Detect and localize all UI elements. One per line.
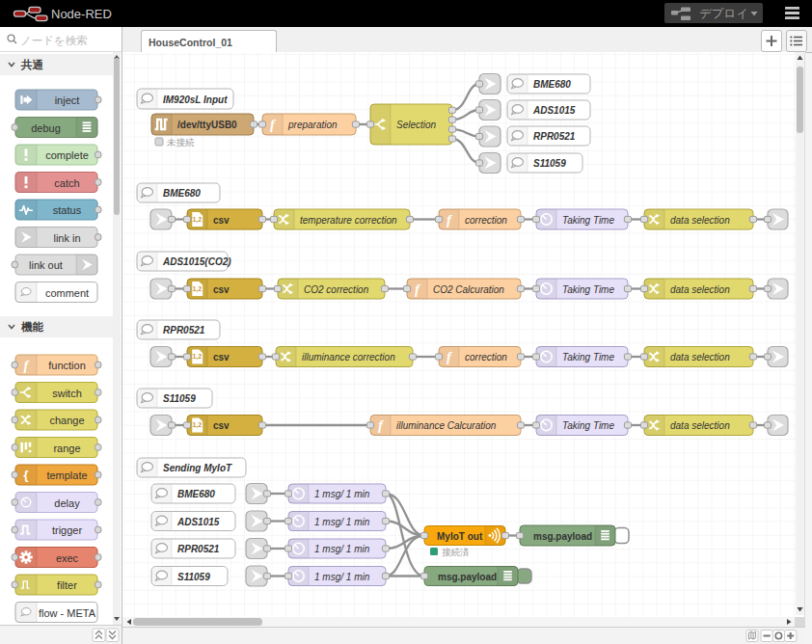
- svg-text:csv: csv: [213, 215, 230, 226]
- svg-text:MyIoT out: MyIoT out: [437, 531, 483, 542]
- svg-text:{: {: [23, 468, 28, 482]
- svg-text:Selection: Selection: [396, 120, 437, 130]
- svg-text:link out: link out: [29, 259, 63, 271]
- svg-text:/dev/ttyUSB0: /dev/ttyUSB0: [177, 120, 237, 130]
- svg-text:inject: inject: [55, 94, 80, 106]
- svg-text:data selection: data selection: [670, 352, 730, 362]
- svg-text:delay: delay: [54, 497, 80, 509]
- svg-text:1 msg/ 1 min: 1 msg/ 1 min: [314, 572, 370, 582]
- svg-text:Node-RED: Node-RED: [51, 7, 112, 21]
- svg-text:Taking Time: Taking Time: [562, 352, 614, 362]
- svg-text:range: range: [53, 443, 80, 454]
- svg-text:BME680: BME680: [177, 489, 215, 499]
- svg-text:CO2 Calcuration: CO2 Calcuration: [433, 284, 504, 295]
- svg-text:未接続: 未接続: [167, 137, 195, 148]
- svg-text:illuminance Calcuration: illuminance Calcuration: [396, 420, 497, 431]
- svg-text:preparation: preparation: [287, 120, 338, 130]
- svg-text:data selection: data selection: [670, 420, 730, 431]
- svg-text:switch: switch: [52, 388, 82, 399]
- svg-text:BME680: BME680: [163, 188, 201, 199]
- svg-text:デプロイ: デプロイ: [699, 7, 748, 20]
- svg-text:1 msg/ 1 min: 1 msg/ 1 min: [314, 489, 370, 499]
- svg-text:illuminance correction: illuminance correction: [302, 352, 395, 362]
- svg-text:correction: correction: [465, 352, 507, 362]
- svg-text:trigger: trigger: [52, 524, 83, 536]
- svg-text:csv: csv: [213, 284, 230, 295]
- svg-text:filter: filter: [57, 579, 77, 591]
- svg-text:S11059: S11059: [533, 158, 566, 169]
- svg-text:template: template: [46, 470, 87, 481]
- svg-text:change: change: [49, 415, 84, 426]
- svg-text:data selection: data selection: [670, 284, 730, 295]
- svg-text:1,2: 1,2: [192, 285, 202, 293]
- svg-text:correction: correction: [465, 215, 507, 226]
- svg-text:msg.payload: msg.payload: [533, 531, 592, 542]
- svg-text:function: function: [48, 360, 86, 371]
- svg-text:csv: csv: [213, 352, 230, 362]
- svg-text:catch: catch: [54, 177, 79, 189]
- svg-text:1,2: 1,2: [192, 216, 202, 224]
- svg-text:complete: complete: [45, 149, 89, 161]
- svg-text:ADS1015(CO2): ADS1015(CO2): [162, 256, 231, 267]
- svg-text:msg.payload: msg.payload: [438, 572, 497, 582]
- svg-text:S11059: S11059: [163, 393, 196, 404]
- svg-text:RPR0521: RPR0521: [163, 325, 205, 335]
- svg-text:1 msg/ 1 min: 1 msg/ 1 min: [314, 517, 370, 527]
- svg-text:BME680: BME680: [533, 79, 571, 90]
- svg-text:temperature correction: temperature correction: [300, 215, 397, 226]
- svg-text:status: status: [53, 204, 82, 216]
- svg-text:data selection: data selection: [670, 215, 730, 226]
- svg-text:comment: comment: [45, 287, 89, 299]
- svg-text:flow - META: flow - META: [39, 607, 96, 619]
- svg-text:CO2 correction: CO2 correction: [304, 284, 369, 295]
- svg-text:共通: 共通: [20, 59, 44, 71]
- svg-text:link in: link in: [53, 232, 80, 244]
- svg-text:Taking Time: Taking Time: [562, 284, 614, 295]
- svg-text:機能: 機能: [20, 321, 44, 333]
- svg-text:RPR0521: RPR0521: [177, 544, 220, 554]
- svg-text:1,2: 1,2: [192, 353, 202, 361]
- svg-text:ADS1015: ADS1015: [176, 517, 220, 527]
- svg-text:csv: csv: [213, 420, 230, 431]
- svg-text:Sending MyIoT: Sending MyIoT: [163, 463, 232, 473]
- svg-text:Taking Time: Taking Time: [562, 215, 614, 226]
- svg-text:1 msg/ 1 min: 1 msg/ 1 min: [314, 544, 370, 554]
- svg-text:IM920sL Input: IM920sL Input: [163, 94, 228, 105]
- svg-text:1,2: 1,2: [192, 421, 202, 429]
- svg-text:debug: debug: [31, 122, 61, 134]
- svg-text:ADS1015: ADS1015: [532, 105, 576, 116]
- svg-text:接続済: 接続済: [442, 547, 470, 557]
- svg-text:Taking Time: Taking Time: [562, 420, 614, 431]
- svg-text:exec: exec: [56, 552, 79, 564]
- svg-text:S11059: S11059: [177, 572, 210, 582]
- svg-text:RPR0521: RPR0521: [533, 131, 576, 142]
